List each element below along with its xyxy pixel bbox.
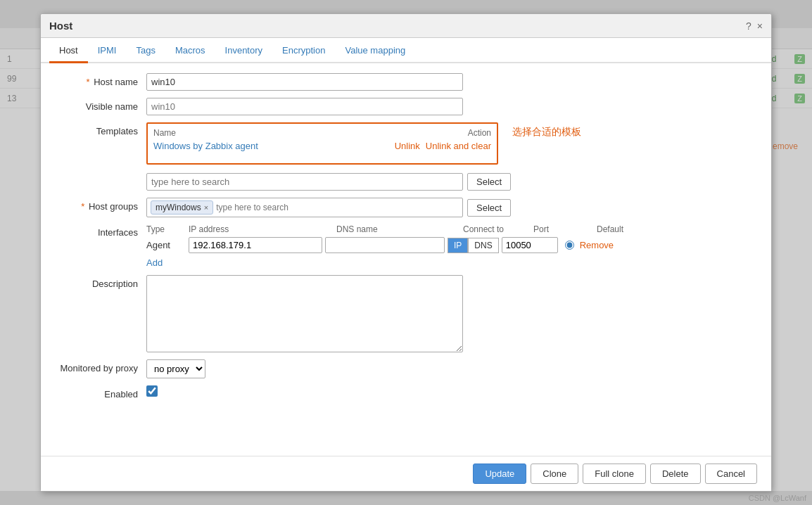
enabled-checkbox[interactable] <box>146 385 158 397</box>
templates-row: Templates Name Action Windows by Zabbix … <box>55 122 757 191</box>
visible-name-row: Visible name <box>55 98 757 115</box>
modal-title: Host <box>49 20 72 32</box>
template-actions: Unlink Unlink and clear <box>395 141 491 151</box>
host-name-input[interactable] <box>146 73 463 91</box>
host-groups-select-btn[interactable]: Select <box>467 199 511 217</box>
watermark: CSDN @LcWanf <box>749 494 806 502</box>
interfaces-row: Interfaces Type IP address DNS name Conn… <box>55 224 757 268</box>
tab-inventory[interactable]: Inventory <box>215 39 272 63</box>
templates-box: Name Action Windows by Zabbix agent Unli… <box>146 122 498 165</box>
modal-titlebar: Host ? × <box>41 14 771 38</box>
description-row: Description <box>55 275 757 352</box>
host-groups-search-input[interactable] <box>216 203 459 212</box>
tab-encryption[interactable]: Encryption <box>272 39 335 63</box>
delete-button[interactable]: Delete <box>650 464 701 484</box>
interface-remove-link[interactable]: Remove <box>580 240 614 250</box>
templates-search-row: Select <box>146 173 511 191</box>
interfaces-container: Type IP address DNS name Connect to Port… <box>146 224 757 268</box>
full-clone-button[interactable]: Full clone <box>583 464 646 484</box>
tab-macros[interactable]: Macros <box>165 39 215 63</box>
visible-name-input[interactable] <box>146 98 463 115</box>
unlink-clear-btn[interactable]: Unlink and clear <box>426 141 491 151</box>
interfaces-label: Interfaces <box>55 224 146 238</box>
modal-dialog: Host ? × Host IPMI Tags Macros Inventory… <box>40 13 772 492</box>
cancel-button[interactable]: Cancel <box>705 464 757 484</box>
add-interface-link[interactable]: Add <box>146 257 163 268</box>
monitored-by-proxy-row: Monitored by proxy no proxy <box>55 359 757 378</box>
interface-agent-row: Agent IP DNS Remove <box>146 237 757 253</box>
tab-host[interactable]: Host <box>49 39 88 63</box>
add-interface-row: Add <box>146 256 757 268</box>
description-textarea[interactable] <box>146 275 463 352</box>
agent-type-label: Agent <box>146 240 189 250</box>
connect-btns: IP DNS <box>448 238 499 253</box>
tab-ipmi[interactable]: IPMI <box>88 39 127 63</box>
templates-search-input[interactable] <box>146 173 463 191</box>
templates-header: Name Action <box>153 128 491 138</box>
monitored-by-proxy-label: Monitored by proxy <box>55 359 146 373</box>
annotation-text: 选择合适的模板 <box>512 126 581 139</box>
template-item: Windows by Zabbix agent Unlink Unlink an… <box>153 141 491 151</box>
host-name-label: * Host name <box>55 73 146 87</box>
form-body: * Host name Visible name Templates <box>41 63 771 416</box>
template-link[interactable]: Windows by Zabbix agent <box>153 141 258 151</box>
ip-connect-btn[interactable]: IP <box>448 238 468 253</box>
clone-button[interactable]: Clone <box>531 464 578 484</box>
agent-port-input[interactable] <box>502 237 558 253</box>
unlink-btn[interactable]: Unlink <box>395 141 420 151</box>
interfaces-header: Type IP address DNS name Connect to Port… <box>146 224 757 234</box>
visible-name-label: Visible name <box>55 98 146 112</box>
modal-titlebar-icons: ? × <box>746 20 763 32</box>
tab-bar: Host IPMI Tags Macros Inventory Encrypti… <box>41 39 771 63</box>
tag-remove-x[interactable]: × <box>204 203 208 212</box>
update-button[interactable]: Update <box>473 464 526 484</box>
agent-ip-input[interactable] <box>189 237 322 253</box>
enabled-row: Enabled <box>55 385 757 399</box>
modal-overlay: Host ? × Host IPMI Tags Macros Inventory… <box>0 0 812 505</box>
host-name-row: * Host name <box>55 73 757 91</box>
description-label: Description <box>55 275 146 289</box>
host-groups-label: * Host groups <box>55 198 146 212</box>
close-icon[interactable]: × <box>757 20 763 32</box>
templates-select-btn[interactable]: Select <box>467 173 511 191</box>
help-icon[interactable]: ? <box>746 20 751 32</box>
modal-footer: Update Clone Full clone Delete Cancel <box>41 456 771 491</box>
proxy-select[interactable]: no proxy <box>146 359 205 378</box>
tab-tags[interactable]: Tags <box>126 39 165 63</box>
enabled-label: Enabled <box>55 385 146 399</box>
default-radio[interactable] <box>565 241 574 250</box>
host-group-tag: myWindows × <box>151 200 213 215</box>
host-groups-box: myWindows × <box>146 198 463 217</box>
host-groups-row: * Host groups myWindows × <box>55 198 757 217</box>
dns-connect-btn[interactable]: DNS <box>468 238 498 253</box>
templates-label: Templates <box>55 122 146 136</box>
agent-dns-input[interactable] <box>325 237 445 253</box>
tab-value-mapping[interactable]: Value mapping <box>335 39 415 63</box>
